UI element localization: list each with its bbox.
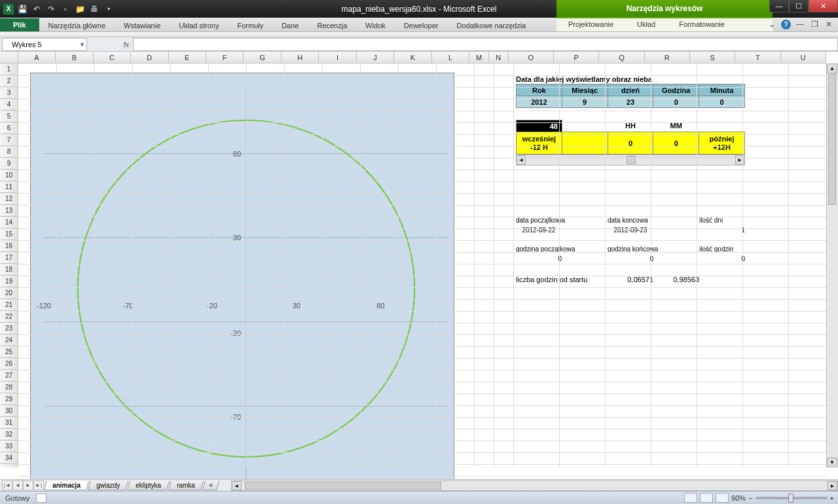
- row-header-28[interactable]: 28: [0, 382, 18, 393]
- namebox-dropdown-icon[interactable]: ▼: [79, 41, 85, 48]
- col-header-Q[interactable]: Q: [599, 52, 644, 63]
- row-header-17[interactable]: 17: [0, 252, 18, 264]
- select-all-corner[interactable]: [0, 52, 18, 63]
- row-header-19[interactable]: 19: [0, 276, 18, 287]
- open-icon[interactable]: 📁: [73, 3, 86, 16]
- row-header-8[interactable]: 8: [0, 146, 18, 158]
- workbook-minimize-icon[interactable]: —: [795, 19, 805, 29]
- sheet-tab-animacja[interactable]: animacja: [44, 481, 89, 490]
- val-dzien[interactable]: 23: [608, 96, 653, 108]
- fx-button[interactable]: fx: [87, 38, 133, 51]
- val-data-pocz[interactable]: 2012-09-22: [516, 226, 562, 234]
- val-data-kon[interactable]: 2012-09-23: [608, 226, 653, 234]
- row-header-24[interactable]: 24: [0, 334, 18, 346]
- tab-addins[interactable]: Dodatkowe narzędzia: [447, 20, 535, 31]
- val-g[interactable]: 0: [699, 255, 745, 262]
- minimize-button[interactable]: —: [769, 0, 789, 12]
- tab-chart-layout[interactable]: Układ: [625, 18, 667, 31]
- row-header-21[interactable]: 21: [0, 299, 18, 311]
- row-header-2[interactable]: 2: [0, 75, 18, 87]
- col-header-S[interactable]: S: [690, 52, 735, 63]
- row-header-30[interactable]: 30: [0, 405, 18, 417]
- col-header-T[interactable]: T: [735, 52, 780, 63]
- val-minuta[interactable]: 0: [699, 96, 745, 108]
- row-header-14[interactable]: 14: [0, 217, 18, 228]
- tab-home[interactable]: Narzędzia główne: [39, 20, 115, 31]
- redo-icon[interactable]: ↷: [45, 3, 58, 16]
- later-cell[interactable]: później +12H: [699, 132, 745, 154]
- mini-scrollbar[interactable]: ◄ ►: [516, 154, 745, 166]
- zoom-slider-thumb[interactable]: [788, 494, 793, 503]
- tab-data[interactable]: Dane: [272, 20, 308, 31]
- mini-scroll-thumb[interactable]: [627, 156, 636, 164]
- col-header-N[interactable]: N: [489, 52, 509, 63]
- col-header-I[interactable]: I: [319, 52, 356, 63]
- help-icon[interactable]: ?: [781, 20, 791, 29]
- vscroll-up-icon[interactable]: ▲: [827, 63, 837, 73]
- workbook-restore-icon[interactable]: ❐: [809, 19, 820, 29]
- horizontal-scrollbar[interactable]: ◄ ►: [231, 480, 838, 491]
- tab-formulas[interactable]: Formuły: [228, 20, 272, 31]
- val-num2[interactable]: 0,98563: [653, 276, 699, 283]
- col-header-B[interactable]: B: [56, 52, 93, 63]
- tab-review[interactable]: Recenzja: [308, 20, 356, 31]
- col-header-H[interactable]: H: [282, 52, 319, 63]
- row-header-15[interactable]: 15: [0, 228, 18, 240]
- row-header-32[interactable]: 32: [0, 429, 18, 441]
- view-page-layout-button[interactable]: [700, 493, 713, 503]
- tab-view[interactable]: Widok: [356, 20, 395, 31]
- row-header-23[interactable]: 23: [0, 323, 18, 334]
- sheet-tab-new[interactable]: ✧: [202, 481, 219, 490]
- row-header-18[interactable]: 18: [0, 264, 18, 276]
- col-header-J[interactable]: J: [357, 52, 394, 63]
- col-header-L[interactable]: L: [432, 52, 469, 63]
- sheet-nav-last-icon[interactable]: ►|: [33, 480, 44, 490]
- row-header-27[interactable]: 27: [0, 370, 18, 382]
- col-header-E[interactable]: E: [169, 52, 206, 63]
- mini-scroll-left-icon[interactable]: ◄: [517, 155, 526, 165]
- view-normal-button[interactable]: [684, 493, 697, 503]
- mm-value[interactable]: 0: [653, 132, 699, 154]
- col-header-R[interactable]: R: [645, 52, 690, 63]
- row-header-20[interactable]: 20: [0, 287, 18, 299]
- print-icon[interactable]: 🖶: [88, 3, 101, 16]
- row-header-22[interactable]: 22: [0, 311, 18, 323]
- undo-icon[interactable]: ↶: [30, 3, 43, 16]
- tab-file[interactable]: Plik: [0, 18, 39, 31]
- sheet-nav-prev-icon[interactable]: ◄: [12, 480, 23, 490]
- row-header-1[interactable]: 1: [0, 63, 18, 75]
- row-header-3[interactable]: 3: [0, 87, 18, 99]
- col-header-U[interactable]: U: [781, 52, 826, 63]
- val-num1[interactable]: 0,06571: [614, 276, 653, 283]
- row-header-11[interactable]: 11: [0, 181, 18, 193]
- sheet-tab-ramka[interactable]: ramka: [168, 481, 204, 490]
- tab-design[interactable]: Projektowanie: [556, 18, 625, 31]
- val-godzina[interactable]: 0: [653, 96, 699, 108]
- col-header-M[interactable]: M: [469, 52, 489, 63]
- new-icon[interactable]: ▫: [59, 3, 72, 16]
- row-header-29[interactable]: 29: [0, 393, 18, 405]
- sheet-tab-gwiazdy[interactable]: gwiazdy: [88, 481, 128, 490]
- cells-area[interactable]: -120 -70 -20 30 80 80 30 -20 -70 Data dl…: [18, 63, 826, 467]
- macro-record-icon[interactable]: [36, 494, 46, 503]
- row-header-9[interactable]: 9: [0, 158, 18, 170]
- row-header-34[interactable]: 34: [0, 452, 18, 464]
- earlier-cell[interactable]: wcześniej -12 H: [517, 132, 562, 154]
- vertical-scrollbar[interactable]: ▲ ▼: [826, 63, 838, 467]
- zoom-out-button[interactable]: −: [748, 494, 752, 502]
- val-gp[interactable]: 0: [516, 255, 562, 262]
- row-header-13[interactable]: 13: [0, 205, 18, 217]
- yellow-gap1[interactable]: [562, 132, 608, 154]
- tab-insert[interactable]: Wstawianie: [115, 20, 170, 31]
- hscroll-thumb[interactable]: [245, 482, 441, 490]
- name-box[interactable]: Wykres 5 ▼: [2, 38, 87, 51]
- sheet-nav-next-icon[interactable]: ►: [23, 480, 33, 490]
- maximize-button[interactable]: ☐: [789, 0, 809, 12]
- save-icon[interactable]: 💾: [16, 3, 29, 16]
- val-miesiac[interactable]: 9: [562, 96, 608, 108]
- col-header-A[interactable]: A: [18, 52, 56, 63]
- sheet-tab-ekliptyka[interactable]: ekliptyka: [127, 481, 170, 490]
- workbook-close-icon[interactable]: ✕: [824, 19, 834, 29]
- col-header-O[interactable]: O: [509, 52, 554, 63]
- sheet-nav-first-icon[interactable]: |◄: [2, 480, 12, 490]
